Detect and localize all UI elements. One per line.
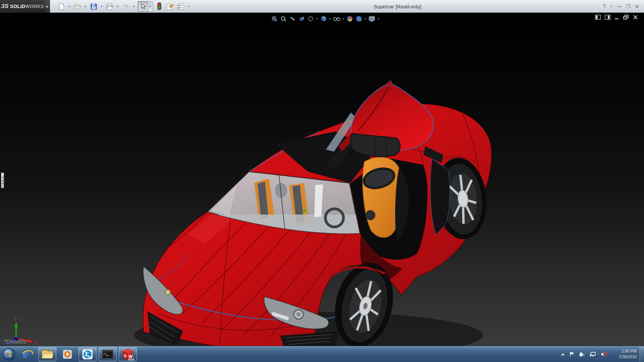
rebuild-button[interactable] [154, 1, 164, 11]
triad-y-label: Y [14, 316, 17, 321]
view-settings-dropdown[interactable]: ▼ [377, 17, 380, 20]
close-window-icon[interactable]: ✕ [635, 3, 639, 10]
volume-muted-icon[interactable] [600, 352, 607, 357]
sw-version-badge: 2015 [128, 358, 134, 361]
apply-scene-dropdown[interactable]: ▼ [364, 17, 367, 20]
taskbar-internet-explorer[interactable]: e [18, 347, 36, 361]
save-button[interactable] [89, 1, 99, 11]
clock-date: 7/28/2015 [619, 354, 637, 360]
svg-text:S: S [124, 353, 127, 358]
options-button[interactable] [176, 1, 186, 11]
taskbar-solidworks-2015[interactable]: S W 2015 [119, 347, 137, 361]
open-dropdown[interactable]: ▼ [83, 1, 88, 11]
view-orientation-icon[interactable] [320, 15, 328, 23]
taskbar-windows-explorer[interactable] [38, 347, 56, 361]
new-dropdown[interactable]: ▼ [67, 1, 72, 11]
undo-dropdown[interactable]: ▼ [131, 1, 136, 11]
file-properties-button[interactable] [165, 1, 175, 11]
new-document-button[interactable] [56, 1, 66, 11]
doc-close-icon[interactable] [633, 15, 638, 20]
title-bar: ЗS SOLIDWORKS ▶ ▼ ▼ ▼ ▼ ▼ ▼ [0, 0, 644, 13]
solidworks-logo: ЗS SOLIDWORKS [0, 0, 45, 13]
apply-scene-icon[interactable] [355, 15, 363, 23]
doc-minimize-icon[interactable] [614, 15, 619, 20]
undo-button[interactable] [121, 1, 131, 11]
power-icon[interactable] [579, 352, 585, 357]
open-button[interactable] [72, 1, 83, 11]
save-dropdown[interactable]: ▼ [99, 1, 104, 11]
ds-logo-icon: ЗS [1, 3, 8, 10]
show-hidden-icons[interactable] [561, 353, 565, 356]
taskbar-media-player[interactable] [58, 347, 76, 361]
clock-time: 2:00 PM [622, 349, 637, 354]
system-tray [561, 346, 607, 362]
action-center-icon[interactable] [570, 352, 575, 357]
hide-show-items-dropdown[interactable]: ▼ [342, 17, 345, 20]
previous-view-icon[interactable] [288, 15, 297, 23]
help-icon[interactable]: ? [603, 3, 606, 9]
restore-window-icon[interactable]: ❐ [626, 4, 631, 9]
minimize-window-icon[interactable]: — [617, 4, 622, 9]
triad-x-label: X [34, 339, 38, 344]
zoom-to-fit-icon[interactable] [270, 15, 278, 23]
heads-up-view-toolbar: ▼ ▼ ▼ ▼ ▼ [270, 14, 380, 23]
taskbar-circuitworks[interactable] [78, 347, 97, 361]
print-dropdown[interactable]: ▼ [115, 1, 120, 11]
taskbar: e C:\ S W 2015 [0, 346, 644, 362]
view-settings-icon[interactable] [368, 15, 376, 23]
supercar-model[interactable] [0, 13, 644, 346]
help-dropdown[interactable]: ▼ [610, 5, 613, 8]
zoom-to-area-icon[interactable] [279, 15, 287, 23]
document-window-controls [595, 15, 638, 20]
svg-text:e: e [23, 349, 29, 360]
edit-appearance-icon[interactable] [346, 15, 354, 23]
solidworks-window: ЗS SOLIDWORKS ▶ ▼ ▼ ▼ ▼ ▼ ▼ [0, 0, 644, 362]
display-style-dropdown[interactable]: ▼ [316, 17, 319, 20]
feature-tree-flyout-tab[interactable] [1, 173, 4, 188]
hide-show-items-icon[interactable] [333, 15, 341, 23]
taskbar-command-prompt[interactable]: C:\ [99, 347, 117, 361]
options-dropdown[interactable]: ▼ [186, 1, 191, 11]
select-button[interactable] [138, 1, 148, 11]
select-group: ▼ [138, 1, 153, 12]
graphics-area[interactable]: ▼ ▼ ▼ ▼ ▼ [0, 13, 644, 346]
display-style-icon[interactable] [307, 15, 315, 23]
show-desktop-button[interactable] [640, 346, 644, 362]
doc-restore-icon[interactable] [623, 15, 629, 20]
taskbar-clock[interactable]: 2:00 PM 7/28/2015 [619, 346, 637, 362]
brand-text-light: WORKS [25, 4, 44, 9]
feature-pane-left-icon[interactable] [595, 15, 601, 20]
feature-pane-right-icon[interactable] [605, 15, 610, 20]
menu-flyout-arrow[interactable]: ▶ [45, 0, 50, 13]
standard-toolbar: ▼ ▼ ▼ ▼ ▼ ▼ [56, 1, 191, 12]
window-controls: ? ▼ — ❐ ✕ [603, 0, 639, 13]
brand-text-bold: SOLID [10, 4, 25, 9]
network-icon[interactable] [590, 352, 596, 357]
start-button[interactable] [2, 347, 16, 361]
view-orientation-dropdown[interactable]: ▼ [329, 17, 332, 20]
view-orientation-label: *Dimetric [4, 339, 27, 345]
document-title: Supercar [Read-only] [374, 0, 421, 13]
cmd-prompt-text: C:\ [103, 352, 107, 355]
section-view-icon[interactable] [298, 15, 306, 23]
select-dropdown[interactable]: ▼ [148, 1, 153, 11]
print-button[interactable] [105, 1, 115, 11]
